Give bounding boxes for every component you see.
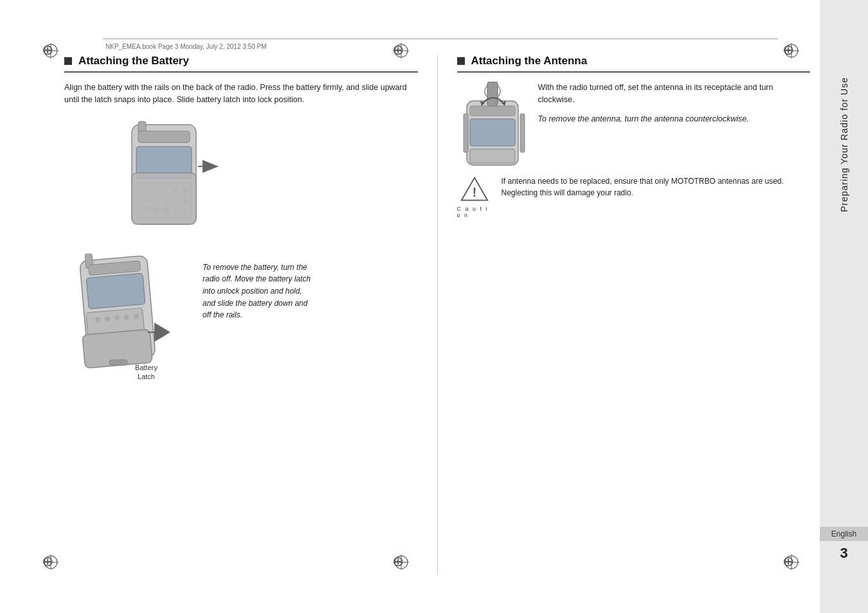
antenna-section-title: Attaching the Antenna (471, 55, 588, 67)
battery-radio-top-illustration (103, 118, 418, 236)
antenna-section: Attaching the Antenna M (438, 55, 811, 574)
battery-radio-bottom-illustration: BatteryLatch (64, 249, 196, 382)
battery-radio-bottom-svg (64, 249, 196, 374)
svg-rect-58 (487, 82, 498, 106)
antenna-svg: M (457, 82, 531, 170)
battery-section-square (64, 57, 72, 65)
header-bar: NKP_EMEA.book Page 3 Monday, July 2, 201… (103, 39, 778, 51)
caution-triangle-icon: ! (460, 175, 489, 204)
caution-label: C a u t i o n (457, 206, 493, 218)
header-text: NKP_EMEA.book Page 3 Monday, July 2, 201… (103, 43, 267, 50)
svg-rect-44 (86, 273, 145, 308)
sidebar-bottom: English 3 (820, 527, 868, 562)
svg-rect-63 (520, 114, 525, 152)
page-number: 3 (840, 545, 847, 562)
svg-rect-60 (470, 119, 515, 146)
svg-rect-52 (109, 360, 127, 365)
antenna-italic-note: To remove the antenna, turn the antenna … (538, 113, 811, 125)
battery-section-body: Align the battery with the rails on the … (64, 82, 418, 107)
caution-box: ! C a u t i o n If antenna needs to be r… (457, 175, 811, 218)
antenna-text-block: With the radio turned off, set the anten… (538, 82, 811, 125)
reg-mark-bottom-left (42, 553, 60, 571)
svg-rect-62 (464, 114, 468, 152)
battery-radio-top-svg (103, 118, 228, 234)
caution-icon-wrap: ! C a u t i o n (457, 175, 493, 218)
antenna-section-square (457, 57, 465, 65)
sidebar-title: Preparing Your Radio for Use (839, 77, 849, 212)
svg-marker-39 (203, 160, 219, 173)
svg-rect-61 (470, 149, 515, 163)
antenna-illustration: M (457, 82, 528, 165)
antenna-section-header: Attaching the Antenna (457, 55, 811, 73)
remove-battery-text: To remove the battery, turn the radio of… (203, 262, 315, 321)
antenna-row: M (457, 82, 811, 165)
sidebar-lang: English (820, 527, 868, 541)
svg-rect-38 (132, 173, 196, 224)
caution-text: If antenna needs to be replaced, ensure … (502, 175, 811, 199)
battery-section-header: Attaching the Battery (64, 55, 418, 73)
battery-section: Attaching the Battery Align the battery … (64, 55, 438, 574)
main-content: Attaching the Battery Align the battery … (64, 55, 810, 574)
svg-text:!: ! (473, 185, 476, 199)
antenna-main-text: With the radio turned off, set the anten… (538, 82, 811, 107)
page-wrapper: NKP_EMEA.book Page 3 Monday, July 2, 201… (0, 0, 868, 613)
svg-rect-59 (470, 106, 515, 116)
svg-marker-53 (154, 323, 170, 342)
svg-rect-20 (138, 131, 190, 143)
battery-section-title: Attaching the Battery (78, 55, 189, 67)
reg-mark-top-left (42, 42, 60, 60)
battery-removal-section: BatteryLatch To remove the battery, turn… (64, 249, 418, 382)
right-sidebar: Preparing Your Radio for Use English 3 (820, 0, 868, 613)
